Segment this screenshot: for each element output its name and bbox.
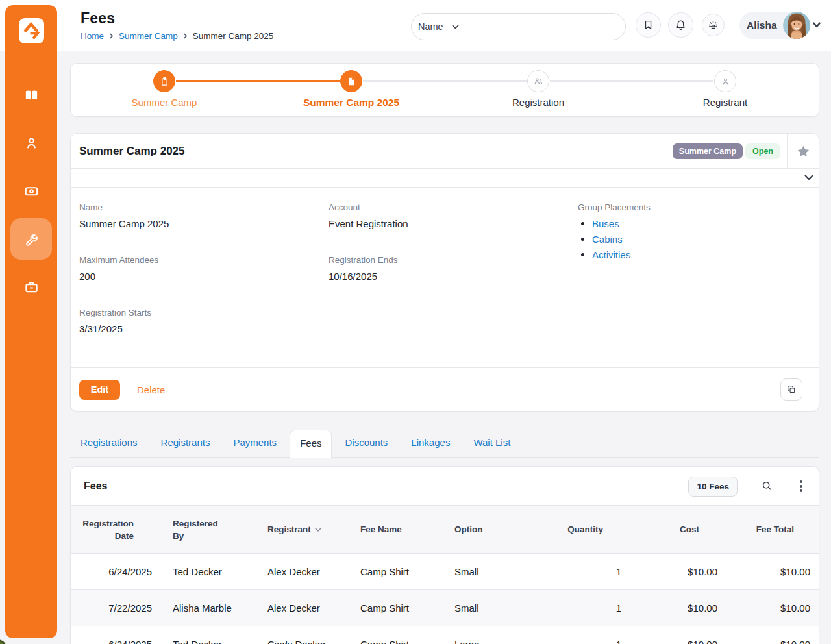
profile-chevron-down-icon[interactable] bbox=[813, 22, 821, 28]
tab-registrations[interactable]: Registrations bbox=[70, 429, 148, 457]
step-summer-camp-2025: Summer Camp 2025 bbox=[258, 64, 445, 116]
theme-button[interactable] bbox=[702, 14, 725, 36]
background-plant-image bbox=[0, 639, 6, 644]
field-registration-starts: Registration Starts 3/31/2025 bbox=[79, 308, 320, 334]
chevron-down-icon bbox=[452, 25, 459, 29]
tab-registrants[interactable]: Registrants bbox=[151, 429, 221, 457]
notifications-button[interactable] bbox=[668, 12, 693, 38]
chevron-right-icon bbox=[108, 33, 114, 39]
edit-button[interactable]: Edit bbox=[79, 380, 120, 400]
detail-card-header: Summer Camp 2025 Summer Camp Open bbox=[71, 134, 819, 169]
step-label[interactable]: Summer Camp bbox=[132, 97, 197, 108]
sidebar-item-admin[interactable] bbox=[10, 266, 52, 308]
tab-fees[interactable]: Fees bbox=[290, 430, 332, 458]
chevron-down-icon bbox=[804, 175, 813, 180]
list-item: Activities bbox=[578, 249, 819, 260]
field-registration-ends: Registration Ends 10/16/2025 bbox=[329, 255, 569, 282]
copy-button[interactable] bbox=[780, 378, 802, 401]
breadcrumb-summer-camp[interactable]: Summer Camp bbox=[119, 31, 178, 41]
group-placement-link-buses[interactable]: Buses bbox=[592, 218, 619, 229]
step-registrant: Registrant bbox=[632, 64, 819, 116]
tab-payments[interactable]: Payments bbox=[223, 429, 287, 457]
step-dot[interactable] bbox=[714, 70, 736, 92]
bookmark-icon bbox=[643, 19, 654, 31]
tab-linkages[interactable]: Linkages bbox=[401, 429, 460, 457]
table-row[interactable]: 6/24/2025 Ted Decker Alex Decker Camp Sh… bbox=[71, 554, 819, 590]
column-header-fee-total[interactable]: Fee Total bbox=[725, 506, 819, 554]
category-badge: Summer Camp bbox=[673, 143, 743, 159]
follow-button[interactable] bbox=[788, 134, 819, 168]
profile-menu[interactable]: Alisha bbox=[739, 12, 810, 39]
registration-instance-card: Summer Camp 2025 Summer Camp Open Name S… bbox=[70, 133, 819, 412]
file-icon bbox=[347, 77, 356, 86]
field-name: Name Summer Camp 2025 bbox=[79, 203, 320, 229]
star-icon bbox=[797, 145, 810, 157]
column-header-cost[interactable]: Cost bbox=[629, 506, 725, 554]
step-label[interactable]: Registrant bbox=[703, 97, 747, 108]
sidebar-item-library[interactable] bbox=[10, 74, 52, 116]
people-icon bbox=[533, 76, 543, 86]
step-registration: Registration bbox=[445, 64, 632, 116]
grid-actions-button[interactable] bbox=[793, 477, 809, 495]
sun-horizon-icon bbox=[707, 19, 719, 31]
sidebar-item-power-tools[interactable] bbox=[10, 218, 52, 260]
group-placement-link-cabins[interactable]: Cabins bbox=[592, 234, 623, 245]
clipboard-icon bbox=[160, 77, 169, 86]
wrench-icon bbox=[24, 232, 39, 247]
list-item: Buses bbox=[578, 218, 819, 229]
search-filter-label: Name bbox=[418, 21, 443, 32]
search-filter-dropdown[interactable]: Name bbox=[412, 14, 467, 40]
tab-wait-list[interactable]: Wait List bbox=[463, 429, 521, 457]
table-row[interactable]: 7/22/2025 Alisha Marble Alex Decker Camp… bbox=[71, 590, 819, 626]
fees-panel-header: Fees 10 Fees bbox=[71, 467, 819, 505]
detail-card-title: Summer Camp 2025 bbox=[79, 145, 185, 158]
fees-panel: Fees 10 Fees Registration Date bbox=[70, 466, 819, 644]
delete-button[interactable]: Delete bbox=[137, 384, 165, 395]
profile-name: Alisha bbox=[747, 19, 777, 31]
column-header-registrant[interactable]: Registrant bbox=[254, 506, 347, 554]
column-header-registered-by[interactable]: Registered By bbox=[160, 506, 254, 554]
rock-logo[interactable] bbox=[19, 18, 44, 43]
sidebar bbox=[5, 5, 57, 638]
column-header-fee-name[interactable]: Fee Name bbox=[347, 506, 441, 554]
field-group-placements: Group Placements Buses Cabins Activities bbox=[578, 203, 819, 260]
step-dot[interactable] bbox=[527, 70, 549, 92]
search-input[interactable] bbox=[467, 14, 625, 40]
step-summer-camp: Summer Camp bbox=[71, 64, 258, 116]
step-dot[interactable] bbox=[340, 70, 362, 92]
page-title: Fees bbox=[81, 10, 273, 27]
fee-count-badge[interactable]: 10 Fees bbox=[688, 477, 738, 497]
breadcrumb-home[interactable]: Home bbox=[81, 31, 104, 41]
search-icon bbox=[760, 479, 773, 492]
group-placements-list: Buses Cabins Activities bbox=[578, 218, 819, 260]
sidebar-item-finance[interactable] bbox=[10, 170, 52, 212]
group-placement-link-activities[interactable]: Activities bbox=[592, 249, 630, 260]
collapse-toggle[interactable] bbox=[71, 169, 819, 188]
column-header-quantity[interactable]: Quantity bbox=[519, 506, 629, 554]
field-maximum-attendees: Maximum Attendees 200 bbox=[79, 255, 320, 282]
table-row[interactable]: 6/24/2025 Ted Decker Cindy Decker Camp S… bbox=[71, 626, 819, 644]
bookmarks-button[interactable] bbox=[636, 12, 661, 38]
detail-card-footer: Edit Delete bbox=[71, 367, 819, 411]
grid-search-button[interactable] bbox=[760, 479, 773, 492]
table-header-row: Registration Date Registered By Registra… bbox=[71, 506, 819, 554]
money-bill-icon bbox=[24, 184, 39, 199]
column-header-option[interactable]: Option bbox=[441, 506, 519, 554]
main-content: Summer Camp Summer Camp 2025 bbox=[70, 63, 819, 644]
breadcrumb-current: Summer Camp 2025 bbox=[193, 31, 274, 41]
global-search: Name bbox=[411, 13, 626, 40]
tab-discounts[interactable]: Discounts bbox=[334, 429, 398, 457]
kebab-menu-icon bbox=[800, 480, 802, 492]
step-dot[interactable] bbox=[153, 70, 175, 92]
sidebar-item-people[interactable] bbox=[10, 122, 52, 164]
briefcase-icon bbox=[24, 280, 39, 295]
list-item: Cabins bbox=[578, 234, 819, 245]
step-label[interactable]: Registration bbox=[512, 97, 564, 108]
copy-icon bbox=[787, 385, 796, 394]
fees-table: Registration Date Registered By Registra… bbox=[71, 505, 819, 644]
person-icon bbox=[721, 77, 730, 86]
column-header-registration-date[interactable]: Registration Date bbox=[71, 506, 160, 554]
status-badge: Open bbox=[745, 143, 780, 159]
field-account: Account Event Registration bbox=[329, 203, 569, 229]
step-label[interactable]: Summer Camp 2025 bbox=[303, 97, 399, 108]
